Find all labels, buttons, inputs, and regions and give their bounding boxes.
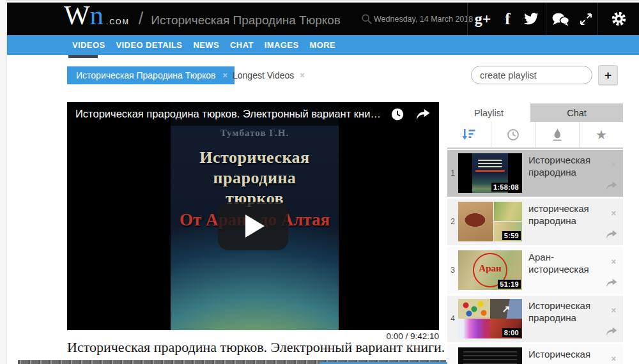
- page: Wn.COM / Историческая Прародина Тюрков W…: [0, 0, 639, 364]
- settings-group: [598, 11, 639, 27]
- share-icon[interactable]: [605, 229, 618, 239]
- item-number: 3: [447, 247, 458, 294]
- search-date-group: Wednesday, 14 March 2018: [360, 13, 467, 25]
- share-icon[interactable]: [415, 108, 431, 121]
- remove-icon[interactable]: ×: [611, 160, 616, 169]
- playlist-item-3[interactable]: 3 Аран 51:19 Аран-историческая ×: [447, 247, 623, 294]
- add-playlist-button[interactable]: +: [598, 65, 618, 85]
- tag-pill-longest-videos[interactable]: Longest Videos ×: [233, 66, 305, 84]
- video-thumbnail[interactable]: 1:58:08: [458, 153, 522, 193]
- share-icon[interactable]: [605, 181, 618, 191]
- item-number: 5: [447, 344, 458, 364]
- play-button[interactable]: [218, 202, 288, 250]
- item-actions: ×: [601, 344, 623, 364]
- gear-icon[interactable]: [611, 11, 627, 27]
- header-tools: [546, 12, 597, 26]
- playlist-item-4[interactable]: 4 ↗ 8:00 Историческая прародина ×: [447, 296, 623, 342]
- item-actions: ×: [601, 247, 623, 294]
- thumb-pink-map: [458, 319, 490, 338]
- item-title[interactable]: историческая прародина: [522, 199, 601, 245]
- item-actions: ×: [601, 296, 623, 342]
- item-actions: ×: [601, 199, 623, 245]
- playlist-item-5[interactable]: 5 Историческая прародина ×: [447, 344, 623, 364]
- remove-icon[interactable]: ×: [611, 305, 616, 315]
- play-icon: [245, 215, 265, 238]
- remove-icon[interactable]: ×: [611, 354, 616, 363]
- popular-button[interactable]: [535, 122, 579, 148]
- thumb-colored-map: [458, 299, 490, 319]
- nav-more[interactable]: MORE: [310, 40, 336, 50]
- video-thumbnail[interactable]: 5:59: [458, 202, 522, 241]
- close-icon[interactable]: ×: [300, 66, 305, 84]
- item-title[interactable]: Историческая прародина: [522, 150, 601, 197]
- playlist-items: 1 1:58:08 Историческая прародина × 2 5:: [447, 150, 623, 364]
- duration-badge: 5:59: [502, 231, 521, 240]
- panel-tabs: Playlist Chat: [447, 103, 623, 122]
- duration-badge: 8:00: [502, 328, 521, 337]
- header-right: Wednesday, 14 March 2018 g+ f: [360, 3, 639, 35]
- site-header: Wn.COM / Историческая Прародина Тюрков W…: [7, 3, 639, 35]
- item-number: 2: [447, 199, 458, 245]
- item-title[interactable]: Историческая прародина: [522, 344, 601, 364]
- thumb-horseman: [458, 202, 493, 241]
- sort-button[interactable]: [447, 122, 491, 148]
- expand-icon[interactable]: [580, 13, 592, 26]
- item-title[interactable]: Историческая прародина: [522, 296, 601, 342]
- item-number: 4: [447, 296, 458, 342]
- thumb-map: [494, 202, 522, 221]
- playlist-panel: Playlist Chat ★ 1 1:58:08: [447, 103, 623, 364]
- favorites-button[interactable]: ★: [579, 122, 623, 148]
- chat-bubbles-icon[interactable]: [551, 12, 569, 26]
- tab-playlist[interactable]: Playlist: [447, 103, 530, 122]
- date-text: Wednesday, 14 March 2018: [374, 15, 473, 24]
- playlist-item-2[interactable]: 2 5:59 историческая прародина ×: [447, 199, 623, 245]
- tag-label: Longest Videos: [233, 66, 294, 84]
- player-title-bar: Историческая прародина тюрков. Электронн…: [67, 102, 439, 126]
- logo-com[interactable]: .COM: [106, 18, 130, 26]
- main-nav: VIDEOS VIDEO DETAILS NEWS CHAT IMAGES MO…: [7, 35, 639, 55]
- page-heading: Историческая прародина тюрков. Электронн…: [67, 339, 463, 356]
- nav-news[interactable]: NEWS: [193, 40, 219, 50]
- recent-button[interactable]: [491, 122, 535, 148]
- search-icon[interactable]: [361, 13, 373, 25]
- tab-chat[interactable]: Chat: [530, 103, 623, 122]
- logo-n[interactable]: n: [90, 0, 104, 31]
- remove-icon[interactable]: ×: [611, 208, 616, 218]
- tag-label: Историческая Прародина Тюрков: [76, 66, 216, 84]
- cover-title-line: прародина: [171, 169, 339, 188]
- close-icon[interactable]: ×: [223, 66, 228, 84]
- video-thumbnail[interactable]: ↗ 8:00: [458, 299, 522, 338]
- social-icons: g+ f: [468, 10, 546, 28]
- item-number: 1: [447, 150, 458, 197]
- item-title[interactable]: Аран-историческая: [522, 247, 601, 294]
- item-actions: ×: [601, 150, 623, 197]
- nav-video-details[interactable]: VIDEO DETAILS: [116, 40, 183, 50]
- remove-icon[interactable]: ×: [611, 257, 616, 266]
- nav-chat[interactable]: CHAT: [230, 40, 254, 50]
- player-video-title[interactable]: Историческая прародина тюрков. Электронн…: [75, 108, 380, 120]
- tag-pill-active[interactable]: Историческая Прародина Тюрков ×: [67, 66, 235, 84]
- breadcrumb-separator: /: [139, 9, 144, 29]
- share-icon[interactable]: [605, 326, 618, 337]
- nav-images[interactable]: IMAGES: [265, 40, 299, 50]
- video-thumbnail[interactable]: Аран 51:19: [458, 250, 522, 290]
- twitter-icon[interactable]: [524, 13, 539, 25]
- left-gutter: [0, 0, 6, 364]
- share-icon[interactable]: [605, 278, 618, 288]
- arrow-ne-icon: ↗: [502, 303, 511, 315]
- thumb-arrow-map: ↗: [490, 299, 522, 319]
- cover-title-line: Историческая: [171, 148, 339, 167]
- logo[interactable]: W: [64, 0, 90, 31]
- create-playlist-input[interactable]: [471, 66, 592, 84]
- watch-later-icon[interactable]: [390, 107, 404, 121]
- video-watermark: Тумбатов Г.Н.: [171, 128, 339, 139]
- video-thumbnail[interactable]: [458, 347, 522, 364]
- duration-badge: 51:19: [498, 280, 521, 289]
- star-icon: ★: [596, 128, 607, 141]
- nav-videos[interactable]: VIDEOS: [72, 40, 105, 50]
- googleplus-icon[interactable]: g+: [475, 10, 491, 27]
- video-player[interactable]: Тумбатов Г.Н. Историческая прародина тюр…: [67, 102, 439, 330]
- header-left: Wn.COM / Историческая Прародина Тюрков: [64, 0, 341, 31]
- facebook-icon[interactable]: f: [505, 10, 510, 28]
- playlist-item-1[interactable]: 1 1:58:08 Историческая прародина ×: [447, 150, 623, 197]
